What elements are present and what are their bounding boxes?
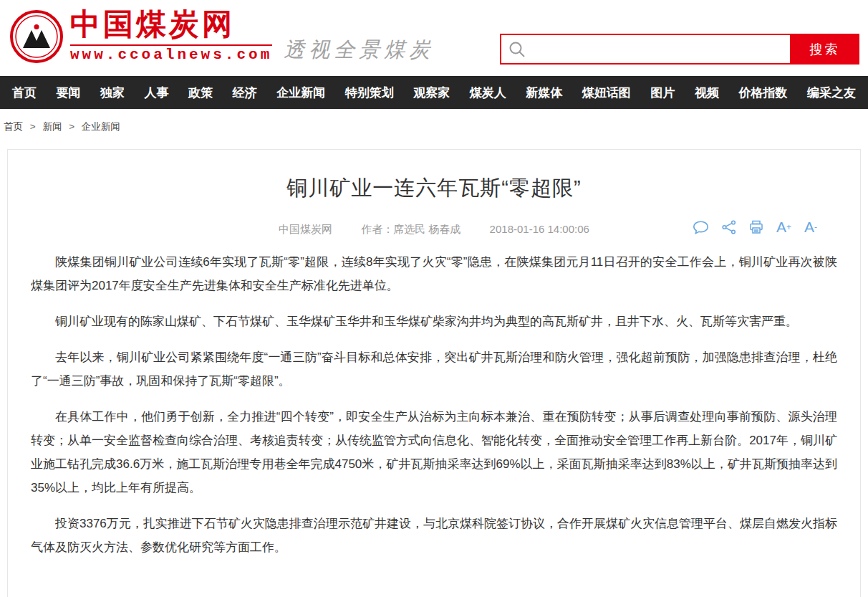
site-header: 中国煤炭网 www.ccoalnews.com 透视全景煤炭 搜索 (0, 0, 868, 76)
nav-item-exclusive[interactable]: 独家 (100, 85, 125, 101)
search-bar: 搜索 (500, 34, 859, 65)
article-meta: 中国煤炭网 作者：席选民 杨春成 2018-01-16 14:00:06 (31, 220, 837, 242)
nav-item-pictures[interactable]: 图片 (650, 85, 675, 101)
article-paragraph: 去年以来，铜川矿业公司紧紧围绕年度“一通三防”奋斗目标和总体安排，突出矿井瓦斯治… (31, 345, 837, 393)
site-logo[interactable]: 中国煤炭网 www.ccoalnews.com 透视全景煤炭 (9, 6, 434, 67)
breadcrumb-home[interactable]: 首页 (4, 121, 23, 132)
site-tagline: 透视全景煤炭 (284, 36, 434, 65)
share-row: + ★ ● ● ♟ 贴 涯 ▤ 编辑：张小燕 (31, 571, 837, 597)
site-url: www.ccoalnews.com (70, 47, 272, 63)
print-icon[interactable] (749, 220, 763, 234)
article-paragraph: 在具体工作中，他们勇于创新，全力推进“四个转变”，即安全生产从治标为主向标本兼治… (31, 405, 837, 500)
breadcrumb: 首页 > 新闻 > 企业新闻 (0, 109, 868, 143)
article-author: 作者：席选民 杨春成 (361, 223, 460, 235)
nav-item-video[interactable]: 视频 (695, 85, 719, 101)
nav-item-home[interactable]: 首页 (12, 85, 37, 101)
article-paragraph: 铜川矿业现有的陈家山煤矿、下石节煤矿、玉华煤矿玉华井和玉华煤矿柴家沟井均为典型的… (31, 310, 837, 333)
nav-item-headlines[interactable]: 要闻 (57, 85, 81, 101)
article-toolbar: A+ A- (693, 220, 817, 234)
nav-item-economy[interactable]: 经济 (233, 85, 257, 101)
coal-logo-icon (9, 9, 64, 67)
breadcrumb-separator: > (30, 121, 36, 132)
article-source: 中国煤炭网 (279, 223, 332, 235)
breadcrumb-separator: > (69, 121, 74, 132)
search-button[interactable]: 搜索 (790, 34, 859, 65)
search-icon (501, 35, 533, 63)
nav-item-observer[interactable]: 观察家 (413, 85, 450, 101)
article-paragraph: 投资3376万元，扎实推进下石节矿火灾隐患排查治理示范矿井建设，与北京煤科院签订… (31, 512, 837, 559)
font-increase-button[interactable]: A+ (776, 220, 791, 234)
search-input[interactable] (533, 35, 790, 63)
breadcrumb-enterprise-news[interactable]: 企业新闻 (82, 121, 120, 132)
article-body: 陕煤集团铜川矿业公司连续6年实现了瓦斯“零”超限，连续8年实现了火灾“零”隐患，… (31, 250, 837, 571)
article-datetime: 2018-01-16 14:00:06 (490, 223, 589, 235)
nav-item-policy[interactable]: 政策 (188, 85, 213, 101)
nav-item-editors[interactable]: 编采之友 (807, 85, 856, 101)
article-title: 铜川矿业一连六年瓦斯“零超限” (31, 174, 837, 203)
main-nav: 首页 要闻 独家 人事 政策 经济 企业新闻 特别策划 观察家 煤炭人 新媒体 … (0, 76, 868, 109)
nav-item-coal-people[interactable]: 煤炭人 (470, 85, 506, 101)
article-paragraph: 陕煤集团铜川矿业公司连续6年实现了瓦斯“零”超限，连续8年实现了火灾“零”隐患，… (31, 250, 837, 297)
site-name: 中国煤炭网 (70, 6, 272, 43)
breadcrumb-news[interactable]: 新闻 (42, 121, 62, 132)
font-decrease-button[interactable]: A- (804, 220, 817, 234)
logo-divider (70, 44, 272, 46)
comment-icon[interactable] (693, 221, 709, 234)
article-panel: 铜川矿业一连六年瓦斯“零超限” 中国煤炭网 作者：席选民 杨春成 2018-01… (7, 149, 861, 597)
nav-item-new-media[interactable]: 新媒体 (526, 85, 562, 101)
nav-item-personnel[interactable]: 人事 (145, 85, 169, 101)
share-icon[interactable] (722, 220, 736, 234)
nav-item-enterprise-news[interactable]: 企业新闻 (276, 85, 325, 101)
nav-item-meiniu-pics[interactable]: 煤妞话图 (582, 85, 631, 101)
nav-item-price-index[interactable]: 价格指数 (738, 85, 787, 101)
nav-item-special[interactable]: 特别策划 (345, 85, 394, 101)
